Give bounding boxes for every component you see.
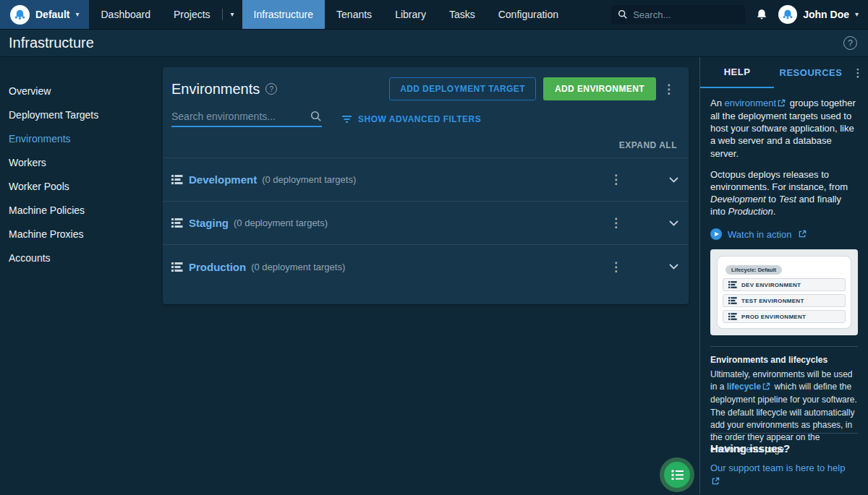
environments-card: Environments ? ADD DEPLOYMENT TARGET ADD…: [163, 67, 689, 304]
nav-item-projects[interactable]: Projects: [162, 0, 222, 29]
chevron-down-icon: ▾: [231, 11, 234, 18]
tab-resources[interactable]: RESOURCES: [774, 58, 848, 87]
environments-help-icon[interactable]: ?: [265, 83, 277, 95]
tab-help[interactable]: HELP: [700, 57, 774, 88]
thumb-env-label: TEST ENVIRONMENT: [741, 298, 804, 304]
watch-in-action-link[interactable]: Watch in action: [728, 229, 791, 240]
add-environment-button[interactable]: ADD ENVIRONMENT: [543, 77, 656, 100]
user-name: John Doe: [803, 9, 849, 20]
text: .: [773, 206, 776, 217]
nav-item-library[interactable]: Library: [383, 0, 438, 29]
card-title: Environments: [171, 81, 260, 98]
expand-all-button[interactable]: EXPAND ALL: [619, 140, 677, 150]
text-italic: Test: [779, 194, 796, 205]
chevron-down-icon: ▾: [75, 11, 79, 18]
nav-item-tenants[interactable]: Tenants: [325, 0, 383, 29]
environment-icon: [728, 297, 737, 304]
support-chat-button[interactable]: [660, 457, 694, 492]
octopus-logo-icon: [10, 5, 30, 25]
environment-name: Production: [189, 261, 246, 273]
thumb-env-label: DEV ENVIRONMENT: [741, 282, 801, 288]
projects-dropdown-button[interactable]: ▾: [223, 0, 242, 29]
chevron-down-icon: ▾: [855, 11, 859, 18]
sidebar-item-machine-policies[interactable]: Machine Policies: [0, 199, 163, 223]
environments-search-input[interactable]: [171, 111, 310, 122]
environment-target-count: (0 deployment targets): [262, 174, 356, 185]
user-avatar: [778, 5, 797, 24]
numbered-list-icon: [664, 462, 690, 488]
show-advanced-filters-button[interactable]: SHOW ADVANCED FILTERS: [341, 114, 481, 124]
global-search[interactable]: [611, 5, 745, 25]
external-link-icon: [712, 475, 720, 488]
add-deployment-target-button[interactable]: ADD DEPLOYMENT TARGET: [389, 77, 536, 100]
help-sidebar: HELP RESOURCES ⋮ An environment groups t…: [699, 57, 868, 494]
environment-name: Staging: [189, 217, 229, 229]
environment-link[interactable]: environment: [725, 98, 777, 108]
environment-row-production[interactable]: Production (0 deployment targets) ⋮: [163, 245, 689, 288]
nav-item-tasks[interactable]: Tasks: [438, 0, 487, 29]
lifecycle-link[interactable]: lifecycle: [727, 382, 761, 392]
support-link[interactable]: Our support team is here to help: [710, 462, 845, 473]
environment-row-development[interactable]: Development (0 deployment targets) ⋮: [163, 158, 689, 202]
nav-item-configuration[interactable]: Configuration: [487, 0, 570, 29]
environment-name: Development: [189, 173, 257, 186]
help-overflow-menu-icon[interactable]: ⋮: [848, 66, 868, 79]
watch-in-action[interactable]: Watch in action: [710, 228, 858, 241]
sidebar-item-workers[interactable]: Workers: [0, 151, 163, 175]
environment-icon: [728, 281, 737, 288]
nav-item-infrastructure[interactable]: Infrastructure: [242, 0, 325, 29]
sidebar-item-deployment-targets[interactable]: Deployment Targets: [0, 103, 163, 127]
sidebar-item-overview[interactable]: Overview: [0, 79, 163, 103]
environment-target-count: (0 deployment targets): [251, 262, 345, 272]
text: Octopus deploys releases to environments…: [710, 169, 848, 192]
row-overflow-menu-icon[interactable]: ⋮: [603, 172, 629, 187]
row-overflow-menu-icon[interactable]: ⋮: [603, 259, 629, 275]
topnav-right: John Doe ▾: [611, 0, 868, 29]
search-icon: [310, 111, 322, 122]
sidebar-item-worker-pools[interactable]: Worker Pools: [0, 175, 163, 199]
sidebar-item-environments[interactable]: Environments: [0, 127, 163, 151]
expand-all-row: EXPAND ALL: [163, 127, 689, 158]
help-tabs: HELP RESOURCES ⋮: [700, 57, 868, 88]
thumb-row-test: TEST ENVIRONMENT: [723, 294, 846, 307]
filter-icon: [341, 115, 352, 124]
card-header: Environments ? ADD DEPLOYMENT TARGET ADD…: [163, 67, 689, 106]
chevron-down-icon[interactable]: [669, 220, 678, 226]
search-icon: [618, 9, 628, 20]
row-overflow-menu-icon[interactable]: ⋮: [603, 215, 629, 231]
chevron-down-icon[interactable]: [669, 264, 678, 270]
space-selector[interactable]: Default ▾: [0, 0, 89, 29]
sidebar-item-accounts[interactable]: Accounts: [0, 246, 163, 270]
text: An: [710, 98, 725, 108]
divider: [710, 433, 858, 434]
environment-row-staging[interactable]: Staging (0 deployment targets) ⋮: [163, 202, 689, 245]
environment-target-count: (0 deployment targets): [234, 218, 328, 228]
environment-icon: [171, 262, 183, 272]
lifecycle-default-pill: Lifecycle: Default: [726, 265, 782, 275]
external-link-icon: [762, 382, 770, 394]
nav-item-dashboard[interactable]: Dashboard: [89, 0, 162, 29]
page-help-icon[interactable]: ?: [843, 36, 857, 50]
environment-icon: [728, 313, 737, 320]
top-nav: Default ▾ Dashboard Projects ▾ Infrastru…: [0, 0, 868, 30]
overflow-menu-icon[interactable]: ⋮: [656, 82, 681, 97]
chevron-down-icon[interactable]: [669, 177, 678, 183]
text-italic: Production: [728, 206, 773, 217]
text-italic: Development: [710, 194, 766, 205]
user-menu[interactable]: John Doe ▾: [778, 5, 859, 24]
lifecycles-heading: Environments and lifecycles: [710, 355, 858, 365]
row-actions: ⋮: [603, 215, 678, 231]
row-actions: ⋮: [603, 172, 678, 187]
sidebar-item-machine-proxies[interactable]: Machine Proxies: [0, 223, 163, 246]
show-advanced-filters-label: SHOW ADVANCED FILTERS: [358, 114, 481, 124]
having-issues-heading: Having issues?: [710, 442, 858, 455]
notifications-bell-icon[interactable]: [756, 9, 767, 21]
play-icon: [710, 228, 722, 240]
environments-search[interactable]: [171, 111, 322, 127]
search-row: SHOW ADVANCED FILTERS: [163, 106, 689, 127]
lifecycle-thumbnail: Lifecycle: Default DEV ENVIRONMENT TEST …: [710, 249, 858, 335]
help-content: An environment groups together all the d…: [700, 88, 868, 456]
help-paragraph-environment: An environment groups together all the d…: [710, 97, 858, 160]
help-bottom-section: Having issues? Our support team is here …: [710, 433, 858, 488]
global-search-input[interactable]: [633, 9, 739, 20]
